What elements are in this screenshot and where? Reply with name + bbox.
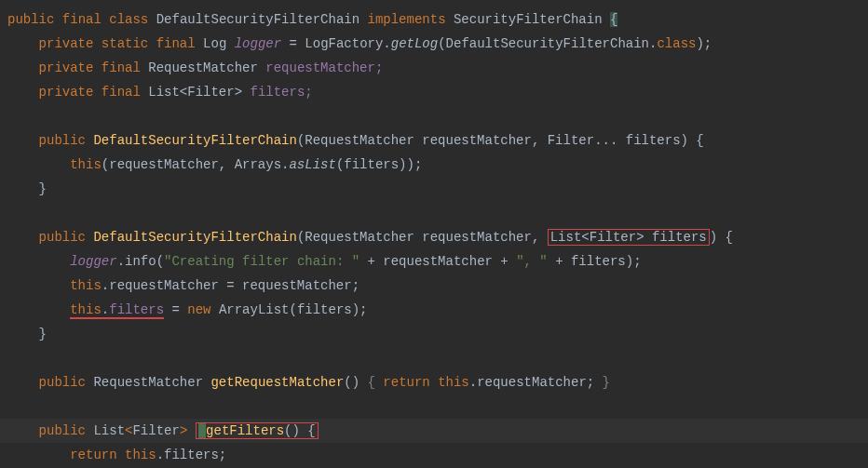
line-getfilters-body: return this.filters; [0, 443, 868, 467]
line-getrm: public RequestMatcher getRequestMatcher(… [0, 370, 868, 394]
line-4: private final List<Filter> filters; [0, 80, 868, 104]
line-ctor1-close: } [0, 177, 868, 201]
blank-line [0, 104, 868, 128]
line-ctor2-close: } [0, 322, 868, 346]
blank-line [0, 394, 868, 419]
caret[interactable] [198, 423, 206, 438]
highlight-box-method: getFilters() { [196, 422, 319, 439]
code-editor[interactable]: public final class DefaultSecurityFilter… [0, 7, 868, 467]
underline-this-filters: this.filters [70, 302, 164, 319]
line-getfilters-sig[interactable]: public List<Filter> getFilters() { [0, 419, 868, 443]
line-1: public final class DefaultSecurityFilter… [0, 7, 868, 32]
line-ctor2-l3: this.filters = new ArrayList(filters); [0, 298, 868, 322]
open-brace-highlight: { [610, 12, 617, 27]
line-ctor1-sig: public DefaultSecurityFilterChain(Reques… [0, 128, 868, 153]
blank-line [0, 346, 868, 370]
line-2: private static final Log logger = LogFac… [0, 32, 868, 56]
blank-line [0, 201, 868, 225]
line-3: private final RequestMatcher requestMatc… [0, 56, 868, 80]
line-ctor1-body: this(requestMatcher, Arrays.asList(filte… [0, 153, 868, 177]
line-ctor2-sig: public DefaultSecurityFilterChain(Reques… [0, 225, 868, 249]
highlight-box-param: List<Filter> filters [548, 229, 710, 246]
line-ctor2-l2: this.requestMatcher = requestMatcher; [0, 274, 868, 298]
line-ctor2-l1: logger.info("Creating filter chain: " + … [0, 249, 868, 274]
